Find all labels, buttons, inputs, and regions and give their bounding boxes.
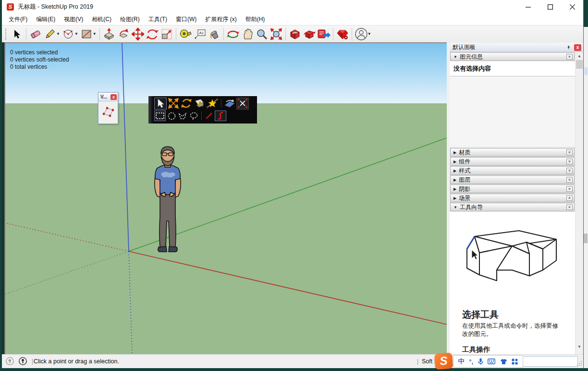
push-pull-tool-button[interactable] — [102, 27, 116, 41]
panel-section-close-button[interactable]: × — [566, 177, 573, 183]
follow-me-icon — [117, 28, 130, 40]
vt-merge-button[interactable] — [236, 98, 249, 110]
close-button[interactable] — [561, 0, 583, 13]
scrollbar-down-button[interactable]: ▼ — [576, 343, 583, 350]
share-model-button[interactable] — [302, 27, 317, 41]
vertex-mini-window[interactable]: V... x — [98, 92, 118, 124]
panel-section-close-button[interactable]: × — [566, 186, 573, 192]
scrollbar-thumb[interactable] — [576, 60, 583, 69]
arc-tool-dropdown[interactable]: ▼ — [74, 32, 78, 36]
follow-me-tool-button[interactable] — [116, 27, 131, 41]
ime-punctuation-toggle[interactable]: °, — [469, 358, 473, 365]
rotate-tool-button[interactable] — [145, 27, 159, 41]
ime-toolbar[interactable]: 中 °, — [453, 355, 523, 368]
vt-smooth-falloff-button[interactable] — [215, 111, 226, 121]
menu-item-7[interactable]: 扩展程序 (x) — [201, 13, 241, 25]
ime-mode-toggle[interactable]: 中 — [458, 357, 465, 366]
ime-skin-button[interactable] — [500, 359, 507, 365]
panel-section-header-4[interactable]: ▶阴影× — [450, 185, 575, 193]
vt-rect-select-button[interactable] — [154, 111, 166, 121]
panel-section-header-0[interactable]: ▶材质× — [450, 148, 575, 157]
line-tool-dropdown[interactable]: ▼ — [56, 32, 60, 36]
scale-figure-person[interactable] — [143, 144, 193, 255]
vt-circle-select-button[interactable] — [166, 111, 177, 121]
vertex-gizmo-button[interactable] — [101, 105, 115, 119]
rectangle-tool-dropdown[interactable]: ▼ — [93, 32, 97, 36]
panel-section-header-5[interactable]: ▶场景× — [450, 194, 575, 202]
maximize-button[interactable] — [539, 0, 561, 13]
instructor-header[interactable]: ▼ 工具向导 × — [450, 203, 575, 211]
ime-keyboard-button[interactable] — [488, 359, 495, 364]
menu-item-5[interactable]: 工具(T) — [144, 13, 172, 25]
zoom-extents-tool-button[interactable] — [269, 27, 283, 41]
minimize-button[interactable] — [517, 0, 539, 13]
panel-section-header-1[interactable]: ▶组件× — [450, 157, 575, 166]
vt-rotate-button[interactable] — [180, 98, 193, 110]
menu-item-2[interactable]: 视图(V) — [60, 13, 87, 25]
panel-section-close-button[interactable]: × — [566, 168, 573, 173]
vertex-mini-title: V... — [100, 94, 107, 99]
panel-section-close-button[interactable]: × — [566, 159, 573, 164]
line-tool-button[interactable] — [43, 27, 57, 41]
panel-scrollbar[interactable]: ▲ ▼ — [575, 52, 583, 354]
select-icon — [12, 29, 22, 39]
vertex-tools-grip[interactable] — [148, 96, 153, 124]
panel-section-close-button[interactable]: × — [566, 195, 573, 201]
move-tool-button[interactable] — [131, 27, 145, 41]
entity-info-close-button[interactable]: × — [566, 54, 573, 60]
geolocation-icon[interactable] — [6, 357, 14, 365]
paint-bucket-tool-button[interactable] — [207, 27, 221, 41]
title-bar[interactable]: S 无标题 - SketchUp Pro 2019 — [2, 0, 583, 13]
window-resize-grip[interactable] — [576, 360, 582, 366]
panel-section-close-button[interactable]: × — [566, 149, 573, 155]
model-viewport[interactable]: 0 vertices selected0 vertices soft-selec… — [5, 42, 447, 354]
instructor-close-button[interactable]: × — [566, 204, 573, 210]
vt-soft-select-button[interactable] — [206, 98, 219, 110]
menu-item-1[interactable]: 编辑(E) — [32, 13, 60, 25]
menu-item-0[interactable]: 文件(F) — [4, 13, 32, 25]
panel-section-header-2[interactable]: ▶样式× — [450, 166, 575, 175]
ime-mic-button[interactable] — [478, 358, 483, 365]
entity-info-header[interactable]: ▼ 图元信息 × — [450, 52, 575, 61]
panel-section-header-3[interactable]: ▶图层× — [450, 175, 575, 184]
vt-linear-falloff-button[interactable] — [204, 111, 214, 121]
scale-tool-button[interactable] — [159, 27, 174, 41]
extension-warehouse-button[interactable] — [317, 27, 331, 41]
pan-tool-button[interactable] — [240, 27, 255, 41]
vt-scale-button[interactable] — [193, 98, 206, 110]
vt-polygon-select-button[interactable] — [177, 111, 188, 121]
menu-item-3[interactable]: 相机(C) — [87, 13, 116, 25]
vertex-mini-titlebar[interactable]: V... x — [98, 93, 118, 101]
menu-item-6[interactable]: 窗口(W) — [172, 13, 201, 25]
account-button[interactable] — [354, 27, 368, 41]
orbit-tool-button[interactable] — [226, 27, 240, 41]
menu-item-4[interactable]: 绘图(R) — [116, 13, 144, 25]
arc-tool-button[interactable] — [61, 27, 75, 41]
vt-rotate-icon — [181, 98, 192, 109]
vt-move-button[interactable] — [167, 98, 180, 110]
text-tool-button[interactable]: A1 — [193, 27, 207, 41]
zoom-tool-button[interactable] — [255, 27, 269, 41]
credits-info-icon[interactable] — [19, 357, 27, 365]
ime-toolbox-button[interactable] — [512, 359, 518, 365]
vt-lasso-select-button[interactable] — [188, 111, 199, 121]
sogou-ime-logo[interactable]: S — [434, 353, 453, 370]
tape-measure-tool-button[interactable] — [178, 27, 193, 41]
expand-arrow-icon: ▶ — [453, 178, 456, 182]
rectangle-tool-button[interactable] — [79, 27, 94, 41]
vt-select-button[interactable] — [154, 98, 167, 110]
toolbar-grip[interactable] — [5, 28, 7, 40]
tray-close-button[interactable]: x — [574, 44, 581, 51]
extension-manager-button[interactable] — [335, 27, 350, 41]
menu-item-8[interactable]: 帮助(H) — [241, 13, 270, 25]
eraser-tool-button[interactable] — [28, 27, 43, 41]
vertex-mini-close-button[interactable]: x — [110, 94, 117, 100]
select-tool-button[interactable] — [10, 27, 24, 41]
account-dropdown[interactable]: ▼ — [368, 32, 371, 36]
pin-icon[interactable]: 🖈 — [565, 45, 572, 50]
scrollbar-up-button[interactable]: ▲ — [576, 52, 583, 60]
vertex-tools-toolbar[interactable] — [148, 96, 257, 124]
tray-title-bar[interactable]: 默认面板 🖈 x — [450, 43, 583, 52]
get-models-button[interactable] — [288, 27, 302, 41]
vt-soften-button[interactable] — [223, 98, 236, 110]
